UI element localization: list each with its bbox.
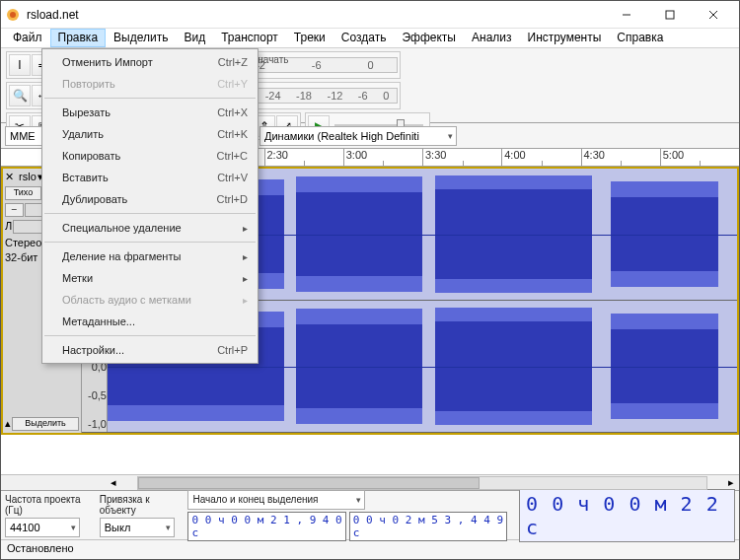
edit-menu-item[interactable]: ДублироватьCtrl+D	[42, 188, 258, 210]
track-select-button[interactable]: Выделить	[12, 417, 79, 431]
edit-menu-item[interactable]: УдалитьCtrl+K	[42, 123, 258, 145]
menu-select[interactable]: Выделить	[106, 29, 176, 47]
edit-menu-item[interactable]: ВырезатьCtrl+X	[42, 102, 258, 123]
edit-menu-item[interactable]: Настройки...Ctrl+P	[42, 339, 258, 361]
selection-end-time[interactable]: 0 0 ч 0 2 м 5 3 , 4 4 9 с	[349, 512, 507, 541]
menu-effect[interactable]: Эффекты	[394, 29, 464, 47]
edit-menu-item[interactable]: Специальное удаление▸	[42, 217, 258, 239]
selection-toolbar: Частота проекта (Гц) 44100 Привязка к об…	[1, 490, 739, 539]
menu-view[interactable]: Вид	[176, 29, 213, 47]
close-button[interactable]	[692, 1, 735, 29]
track-name[interactable]: rslo	[19, 171, 37, 183]
maximize-button[interactable]	[648, 1, 692, 29]
edit-menu-item[interactable]: Метаданные...	[42, 311, 258, 332]
edit-menu-item[interactable]: Отменить ИмпортCtrl+Z	[42, 51, 258, 73]
app-icon	[5, 7, 21, 23]
menu-analyze[interactable]: Анализ	[464, 29, 520, 47]
playback-device-combo[interactable]: Динамики (Realtek High Definiti	[259, 126, 457, 146]
svg-point-1	[10, 12, 16, 18]
snap-combo[interactable]: Выкл	[100, 518, 175, 537]
menu-tracks[interactable]: Треки	[286, 29, 333, 47]
edit-menu-item[interactable]: Деление на фрагменты▸	[42, 245, 258, 267]
horizontal-scrollbar[interactable]: ◂ ▸	[1, 474, 739, 490]
menu-file[interactable]: Файл	[5, 29, 50, 47]
project-rate-label: Частота проекта (Гц)	[5, 494, 94, 516]
svg-rect-3	[666, 11, 674, 19]
menubar: Файл Правка Выделить Вид Транспорт Треки…	[1, 29, 739, 48]
edit-menu-item: ПовторитьCtrl+Y	[42, 73, 258, 95]
menu-tools[interactable]: Инструменты	[520, 29, 610, 47]
edit-dropdown-menu: Отменить ИмпортCtrl+ZПовторитьCtrl+YВыре…	[41, 48, 259, 364]
edit-menu-item[interactable]: ВставитьCtrl+V	[42, 167, 258, 188]
scroll-right-icon[interactable]: ▸	[723, 476, 739, 489]
gain-minus[interactable]: –	[5, 203, 24, 217]
menu-transport[interactable]: Транспорт	[213, 29, 286, 47]
mute-button[interactable]: Тихо	[5, 186, 41, 200]
track-collapse-icon[interactable]: ▴	[5, 417, 11, 431]
window-title: rsload.net	[27, 8, 605, 22]
audio-position-time[interactable]: 0 0 ч 0 0 м 2 2 с	[519, 489, 735, 542]
selection-tool-icon[interactable]: I	[9, 54, 31, 76]
menu-help[interactable]: Справка	[609, 29, 671, 47]
menu-edit[interactable]: Правка	[50, 29, 107, 47]
edit-menu-item[interactable]: Метки▸	[42, 267, 258, 289]
selection-range-type-combo[interactable]: Начало и конец выделения	[187, 490, 365, 510]
scroll-left-icon[interactable]: ◂	[106, 476, 121, 489]
edit-menu-item[interactable]: КопироватьCtrl+C	[42, 145, 258, 167]
project-rate-combo[interactable]: 44100	[5, 518, 80, 537]
status-text: Остановлено	[7, 542, 74, 554]
snap-label: Привязка к объекту	[100, 494, 183, 516]
selection-start-time[interactable]: 0 0 ч 0 0 м 2 1 , 9 4 0 с	[187, 512, 345, 541]
status-bar: Остановлено	[1, 539, 739, 559]
zoom-tool-icon[interactable]: 🔍	[9, 85, 31, 106]
track-close-icon[interactable]: ✕	[5, 171, 14, 183]
minimize-button[interactable]	[605, 1, 648, 29]
titlebar: rsload.net	[1, 1, 739, 29]
edit-menu-item: Область аудио с метками▸	[42, 289, 258, 311]
menu-generate[interactable]: Создать	[333, 29, 395, 47]
